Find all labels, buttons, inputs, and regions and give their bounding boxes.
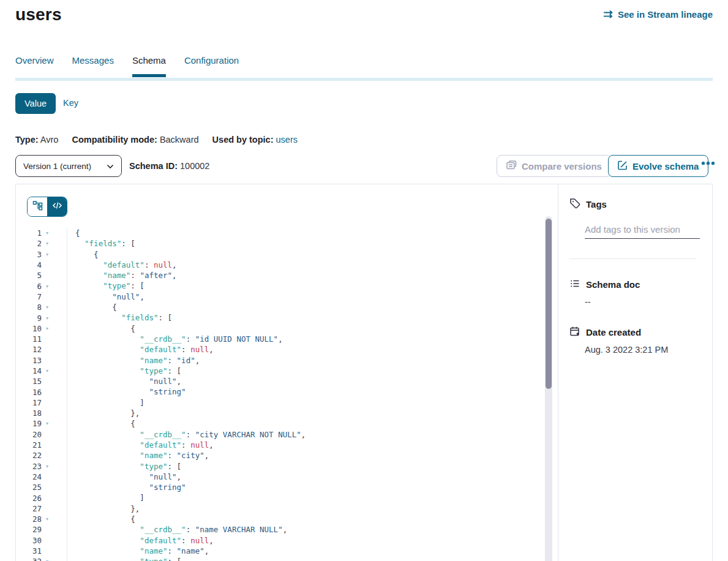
tab-schema[interactable]: Schema (132, 55, 166, 77)
more-actions-menu-icon[interactable] (702, 162, 715, 165)
date-created-section-header: Date created (569, 326, 700, 339)
value-toggle-button[interactable]: Value (15, 93, 56, 114)
fold-toggle-icon[interactable]: ▾ (42, 241, 54, 246)
line-number: 21 (16, 440, 42, 450)
line-number: 27 (16, 504, 42, 513)
editor-view-toggle (27, 197, 67, 217)
compare-versions-button[interactable]: Compare versions (497, 155, 612, 177)
fold-toggle-icon[interactable]: ▾ (42, 326, 54, 331)
tags-title: Tags (586, 199, 607, 209)
code-text: "fields": [ (67, 312, 172, 323)
date-created-value: Aug. 3 2022 3:21 PM (585, 345, 700, 355)
code-text: "type": [ (67, 280, 144, 291)
code-text: { (67, 514, 135, 524)
add-tags-input[interactable] (585, 224, 700, 239)
code-line: 21 "default": null, (16, 440, 549, 450)
stream-lineage-icon (603, 10, 614, 19)
line-number: 24 (16, 472, 42, 481)
line-number: 6 (16, 282, 42, 291)
fold-toggle-icon[interactable]: ▾ (42, 421, 54, 426)
line-number: 23 (16, 462, 42, 471)
tab-overview[interactable]: Overview (15, 55, 54, 77)
date-created-title: Date created (586, 327, 641, 337)
line-number: 5 (16, 271, 42, 280)
code-text: "default": null, (67, 535, 214, 546)
line-number: 18 (16, 409, 42, 418)
version-select[interactable]: Version 1 (current) (15, 155, 122, 177)
line-number: 28 (16, 514, 42, 524)
fold-toggle-icon[interactable]: ▾ (42, 559, 54, 561)
tag-icon (569, 198, 580, 211)
schema-id: Schema ID: 100002 (129, 161, 209, 171)
fold-toggle-icon[interactable]: ▾ (42, 230, 54, 236)
code-lines: 1▾{2▾ "fields": [3▾ {4 "default": null,5… (16, 228, 549, 561)
code-line: 6▾ "type": [ (16, 280, 549, 291)
tab-messages[interactable]: Messages (72, 55, 114, 77)
code-line: 3▾ { (16, 249, 549, 260)
version-select-value: Version 1 (current) (23, 162, 91, 171)
code-text: "null", (67, 376, 181, 386)
editor-scrollbar-thumb[interactable] (546, 219, 552, 389)
schema-id-value: 100002 (180, 161, 209, 171)
line-number: 17 (16, 398, 42, 407)
code-line: 16 "string" (16, 386, 549, 397)
used-by-topic-link[interactable]: users (276, 135, 298, 145)
line-number: 14 (16, 366, 42, 375)
code-text: "__crdb__": "city VARCHAR NOT NULL", (67, 429, 306, 440)
key-toggle-button[interactable]: Key (63, 98, 78, 108)
fold-toggle-icon[interactable]: ▾ (42, 368, 54, 374)
code-line: 24 "null", (16, 472, 549, 482)
line-number: 29 (16, 525, 42, 534)
code-line: 14▾ "type": [ (16, 366, 549, 376)
line-number: 15 (16, 377, 42, 386)
code-text: "name": "id", (67, 355, 200, 366)
code-text: "type": [ (67, 461, 181, 472)
code-view-toggle[interactable] (47, 197, 67, 216)
code-line: 26 ] (16, 492, 549, 503)
code-text: "string" (67, 386, 186, 397)
schema-doc-title: Schema doc (586, 279, 640, 290)
stream-lineage-link[interactable]: See in Stream lineage (603, 9, 713, 20)
code-text: { (67, 323, 135, 334)
fold-toggle-icon[interactable]: ▾ (42, 252, 54, 257)
evolve-schema-label: Evolve schema (632, 161, 699, 171)
sidebar-divider (569, 258, 696, 259)
type-value: Avro (40, 135, 59, 145)
code-text: "string" (67, 482, 186, 492)
code-line: 23▾ "type": [ (16, 461, 549, 472)
code-line: 31 "name": "name", (16, 546, 549, 556)
code-line: 30 "default": null, (16, 535, 549, 546)
fold-toggle-icon[interactable]: ▾ (42, 315, 54, 321)
schema-code-pane: 1▾{2▾ "fields": [3▾ {4 "default": null,5… (16, 184, 558, 561)
line-number: 8 (16, 303, 42, 312)
code-line: 27 }, (16, 503, 549, 514)
code-line: 22 "name": "city", (16, 450, 549, 461)
compare-versions-label: Compare versions (522, 161, 602, 171)
line-number: 2 (16, 239, 42, 248)
code-text: "__crdb__": "id UUID NOT NULL", (67, 334, 283, 344)
code-line: 5 "name": "after", (16, 270, 549, 280)
evolve-schema-button[interactable]: Evolve schema (608, 155, 708, 177)
tab-bar: Overview Messages Schema Configuration (15, 55, 713, 77)
code-text: { (67, 302, 117, 312)
code-text: { (67, 249, 99, 260)
code-text: ] (67, 492, 144, 503)
type-label: Type: (15, 135, 39, 145)
code-line: 11 "__crdb__": "id UUID NOT NULL", (16, 334, 549, 344)
fold-toggle-icon[interactable]: ▾ (42, 304, 54, 310)
page-title: users (15, 5, 62, 24)
fold-toggle-icon[interactable]: ▾ (42, 284, 54, 289)
editor-scrollbar[interactable] (545, 216, 552, 561)
tree-view-toggle[interactable] (28, 197, 47, 216)
code-line: 20 "__crdb__": "city VARCHAR NOT NULL", (16, 429, 549, 440)
line-number: 9 (16, 314, 42, 323)
fold-toggle-icon[interactable]: ▾ (42, 464, 54, 469)
compatibility-label: Compatibility mode: (72, 135, 157, 145)
tab-configuration[interactable]: Configuration (184, 55, 239, 77)
fold-toggle-icon[interactable]: ▾ (42, 516, 54, 522)
code-text: ] (67, 397, 144, 408)
used-by-topic-label: Used by topic: (212, 135, 274, 145)
schema-meta-row: Type: Avro Compatibility mode: Backward … (15, 135, 298, 145)
line-number: 10 (16, 324, 42, 333)
code-text: "name": "after", (67, 270, 177, 280)
